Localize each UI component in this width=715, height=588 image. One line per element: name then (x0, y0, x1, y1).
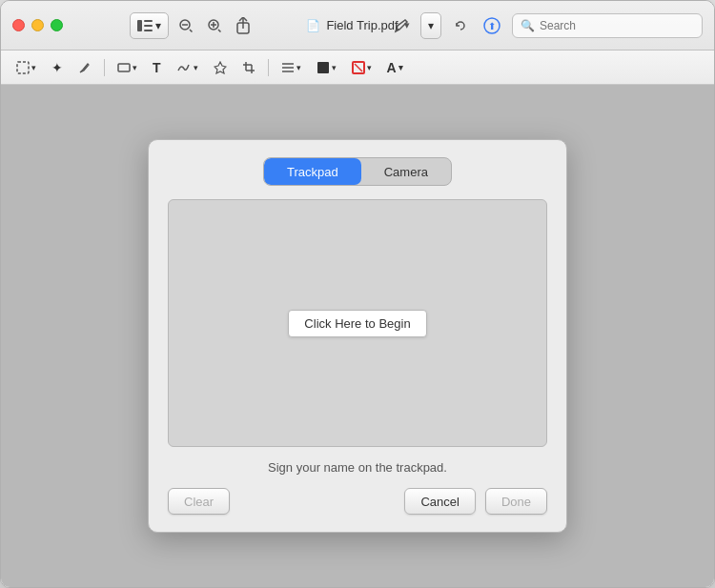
trackpad-tab[interactable]: Trackpad (264, 158, 361, 185)
footer-actions: Cancel Done (404, 488, 547, 515)
selection-tool-button[interactable]: ▾ (10, 55, 42, 80)
toolbar2-sep1 (104, 59, 105, 76)
maximize-button[interactable] (51, 19, 63, 31)
svg-rect-26 (317, 62, 329, 73)
main-window: ▾ 📄 Field Trip.pdf ▾ ▾ (0, 0, 715, 588)
square-fill-button[interactable]: ▾ (311, 55, 342, 80)
svg-text:⬆: ⬆ (488, 21, 496, 31)
lines-tool-button[interactable]: ▾ (276, 55, 307, 80)
svg-rect-3 (144, 30, 153, 31)
toolbar-left: ▾ (130, 12, 255, 39)
pen-tool-button[interactable] (72, 55, 97, 80)
svg-rect-1 (144, 20, 153, 22)
instruction-text: Sign your name on the trackpad. (268, 460, 447, 475)
window-title: Field Trip.pdf (326, 18, 398, 32)
title-bar: ▾ 📄 Field Trip.pdf ▾ ▾ (1, 1, 714, 51)
close-button[interactable] (12, 19, 25, 31)
minimize-button[interactable] (31, 19, 44, 31)
wand-tool-button[interactable]: ✦ (46, 55, 69, 80)
text-tool-button[interactable]: T (147, 55, 167, 80)
pdf-icon: 📄 (305, 18, 320, 33)
share-action-button[interactable]: ⬆ (480, 13, 504, 38)
stamp-tool-button[interactable] (208, 55, 233, 80)
sign-tool-button[interactable]: ▾ (171, 55, 204, 80)
title-dropdown-arrow[interactable]: ▾ (404, 19, 410, 31)
svg-line-6 (190, 30, 193, 32)
title-center: 📄 Field Trip.pdf ▾ (305, 18, 409, 33)
toolbar2: ▾ ✦ ▾ T ▾ ▾ ▾ ▾ (1, 51, 714, 85)
done-button[interactable]: Done (485, 488, 547, 515)
search-box[interactable]: 🔍 (512, 13, 703, 38)
svg-rect-0 (137, 20, 142, 31)
signature-drawing-area[interactable]: Click Here to Begin (168, 199, 547, 447)
toolbar-right: ▾ ⬆ 🔍 (390, 12, 703, 39)
sidebar-toggle-chevron: ▾ (155, 19, 161, 32)
content-area: Trackpad Camera Click Here to Begin Sign… (1, 85, 714, 587)
border-color-button[interactable]: ▾ (346, 55, 378, 80)
clear-button[interactable]: Clear (168, 488, 230, 515)
svg-rect-16 (17, 62, 29, 73)
zoom-out-button[interactable] (174, 14, 197, 37)
share-button[interactable] (232, 13, 255, 38)
svg-rect-17 (118, 64, 130, 71)
modal-footer: Clear Cancel Done (168, 488, 547, 515)
click-here-button[interactable]: Click Here to Begin (288, 310, 426, 337)
svg-line-28 (355, 64, 362, 71)
modal-overlay: Trackpad Camera Click Here to Begin Sign… (1, 85, 714, 587)
svg-marker-18 (214, 62, 226, 73)
rect-tool-button[interactable]: ▾ (112, 55, 143, 80)
input-method-selector[interactable]: Trackpad Camera (263, 157, 452, 186)
svg-rect-2 (144, 25, 153, 27)
crop-tool-button[interactable] (236, 55, 261, 80)
rotate-button[interactable] (449, 14, 472, 37)
zoom-in-button[interactable] (203, 14, 226, 37)
sidebar-toggle-button[interactable]: ▾ (130, 12, 169, 39)
cancel-button[interactable]: Cancel (404, 488, 475, 515)
camera-tab[interactable]: Camera (361, 158, 451, 185)
font-size-button[interactable]: A▾ (381, 55, 409, 80)
search-input[interactable] (540, 19, 694, 32)
traffic-lights (12, 19, 63, 31)
svg-line-10 (218, 30, 221, 32)
signature-panel: Trackpad Camera Click Here to Begin Sign… (148, 139, 567, 533)
markup-dropdown[interactable]: ▾ (420, 12, 441, 39)
toolbar2-sep2 (268, 59, 269, 76)
search-icon: 🔍 (521, 19, 535, 32)
